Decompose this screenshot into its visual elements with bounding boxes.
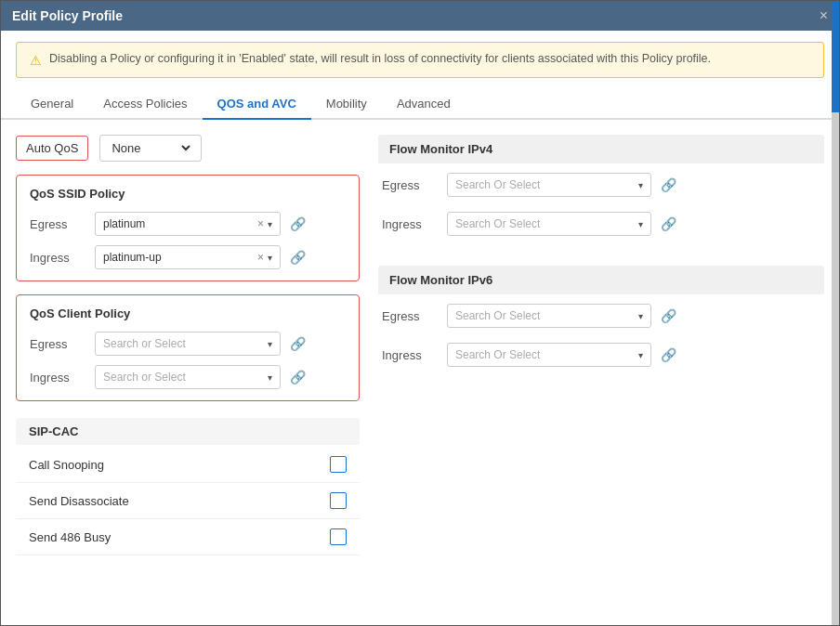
- flow-ipv4-egress-input[interactable]: Search Or Select ▾: [447, 173, 651, 197]
- qos-ssid-ingress-value: platinum-up: [103, 251, 162, 264]
- send-disassociate-checkbox[interactable]: [330, 492, 347, 509]
- flow-ipv6-ingress-input[interactable]: Search Or Select ▾: [447, 343, 651, 367]
- flow-ipv6-egress-edit-icon[interactable]: 🔗: [661, 308, 676, 323]
- modal-header: Edit Policy Profile ×: [1, 1, 839, 31]
- qos-ssid-egress-arrow[interactable]: ▾: [268, 219, 272, 229]
- qos-ssid-policy-box: QoS SSID Policy Egress platinum × ▾ 🔗: [16, 175, 360, 281]
- auto-qos-label: Auto QoS: [16, 136, 88, 161]
- modal-title: Edit Policy Profile: [12, 8, 123, 23]
- send-disassociate-row: Send Disassociate: [16, 483, 360, 519]
- flow-ipv4-egress-edit-icon[interactable]: 🔗: [661, 177, 676, 192]
- flow-ipv4-egress-arrow[interactable]: ▾: [638, 180, 643, 190]
- qos-ssid-ingress-actions: × ▾: [257, 251, 272, 264]
- modal-body: ⚠ Disabling a Policy or configuring it i…: [1, 31, 839, 625]
- flow-ipv4-ingress-arrow[interactable]: ▾: [638, 219, 643, 229]
- flow-ipv4-ingress-label: Ingress: [382, 217, 438, 231]
- call-snooping-checkbox[interactable]: [330, 456, 347, 473]
- send-486-busy-row: Send 486 Busy: [16, 519, 360, 555]
- sip-cac-section: SIP-CAC Call Snooping Send Disassociate …: [16, 418, 360, 555]
- qos-client-egress-edit-icon[interactable]: 🔗: [290, 336, 306, 351]
- qos-client-ingress-row: Ingress Search or Select ▾ 🔗: [30, 365, 346, 389]
- qos-client-egress-label: Egress: [30, 337, 85, 351]
- qos-ssid-ingress-input[interactable]: platinum-up × ▾: [95, 245, 281, 269]
- qos-client-egress-input[interactable]: Search or Select ▾: [95, 332, 281, 356]
- flow-monitor-ipv4-header: Flow Monitor IPv4: [378, 135, 824, 163]
- auto-qos-row: Auto QoS None Platinum Gold Silver Bronz…: [16, 135, 360, 162]
- right-panel: Flow Monitor IPv4 Egress Search Or Selec…: [378, 135, 824, 610]
- flow-ipv6-ingress-label: Ingress: [382, 348, 438, 362]
- content-area: Auto QoS None Platinum Gold Silver Bronz…: [1, 120, 839, 625]
- qos-client-ingress-edit-icon[interactable]: 🔗: [290, 370, 306, 385]
- flow-ipv6-ingress-arrow[interactable]: ▾: [638, 350, 643, 360]
- tab-mobility[interactable]: Mobility: [311, 89, 382, 120]
- qos-client-ingress-arrow[interactable]: ▾: [268, 372, 272, 383]
- flow-ipv4-ingress-placeholder: Search Or Select: [455, 217, 540, 230]
- warning-banner: ⚠ Disabling a Policy or configuring it i…: [16, 42, 824, 78]
- send-486-busy-checkbox[interactable]: [330, 528, 347, 545]
- scrollbar-thumb[interactable]: [832, 1, 839, 112]
- flow-ipv4-egress-label: Egress: [382, 178, 438, 192]
- qos-client-ingress-input[interactable]: Search or Select ▾: [95, 365, 281, 389]
- qos-ssid-egress-label: Egress: [30, 217, 85, 231]
- flow-ipv6-egress-input[interactable]: Search Or Select ▾: [447, 304, 651, 328]
- flow-monitor-ipv6-box: Flow Monitor IPv6 Egress Search Or Selec…: [378, 266, 824, 374]
- qos-ssid-egress-value: platinum: [103, 217, 145, 230]
- flow-monitor-ipv6-header: Flow Monitor IPv6: [378, 266, 824, 294]
- call-snooping-label: Call Snooping: [29, 458, 104, 472]
- qos-client-ingress-label: Ingress: [30, 371, 85, 385]
- qos-ssid-ingress-clear[interactable]: ×: [257, 251, 264, 264]
- flow-ipv4-ingress-row: Ingress Search Or Select ▾ 🔗: [378, 204, 824, 243]
- tab-qos-avc[interactable]: QOS and AVC: [203, 89, 311, 120]
- qos-ssid-egress-edit-icon[interactable]: 🔗: [290, 216, 306, 231]
- flow-ipv6-egress-arrow[interactable]: ▾: [638, 311, 643, 321]
- qos-client-egress-row: Egress Search or Select ▾ 🔗: [30, 332, 346, 356]
- flow-ipv6-egress-row: Egress Search Or Select ▾ 🔗: [378, 296, 824, 335]
- qos-ssid-ingress-arrow[interactable]: ▾: [268, 253, 272, 263]
- qos-ssid-egress-actions: × ▾: [257, 217, 272, 230]
- qos-ssid-egress-row: Egress platinum × ▾ 🔗: [30, 212, 346, 236]
- auto-qos-dropdown[interactable]: None Platinum Gold Silver Bronze: [99, 135, 202, 162]
- sip-cac-header: SIP-CAC: [16, 418, 360, 445]
- flow-ipv6-egress-placeholder: Search Or Select: [455, 309, 540, 322]
- flow-ipv6-egress-label: Egress: [382, 309, 438, 323]
- qos-client-policy-title: QoS Client Policy: [30, 306, 346, 320]
- tab-general[interactable]: General: [16, 89, 88, 120]
- auto-qos-select[interactable]: None Platinum Gold Silver Bronze: [108, 140, 193, 156]
- flow-ipv4-ingress-edit-icon[interactable]: 🔗: [661, 216, 676, 231]
- warning-icon: ⚠: [30, 53, 42, 68]
- qos-client-policy-box: QoS Client Policy Egress Search or Selec…: [16, 294, 360, 401]
- flow-ipv6-ingress-row: Ingress Search Or Select ▾ 🔗: [378, 335, 824, 374]
- flow-ipv6-ingress-edit-icon[interactable]: 🔗: [661, 347, 676, 362]
- flow-ipv4-egress-placeholder: Search Or Select: [455, 178, 540, 191]
- flow-ipv6-ingress-placeholder: Search Or Select: [455, 348, 540, 361]
- qos-ssid-ingress-label: Ingress: [30, 251, 85, 265]
- warning-text: Disabling a Policy or configuring it in …: [49, 52, 711, 65]
- qos-ssid-ingress-edit-icon[interactable]: 🔗: [290, 250, 306, 265]
- tab-advanced[interactable]: Advanced: [382, 89, 466, 120]
- scrollbar-track: [832, 1, 839, 625]
- qos-ssid-policy-title: QoS SSID Policy: [30, 187, 346, 201]
- left-panel: Auto QoS None Platinum Gold Silver Bronz…: [16, 135, 360, 610]
- tabs-container: General Access Policies QOS and AVC Mobi…: [1, 89, 839, 120]
- qos-client-egress-arrow[interactable]: ▾: [268, 339, 272, 349]
- flow-ipv4-ingress-input[interactable]: Search Or Select ▾: [447, 212, 651, 236]
- edit-policy-modal: Edit Policy Profile × ⚠ Disabling a Poli…: [0, 0, 840, 626]
- qos-client-ingress-placeholder: Search or Select: [103, 371, 186, 384]
- flow-monitor-ipv4-box: Flow Monitor IPv4 Egress Search Or Selec…: [378, 135, 824, 243]
- qos-ssid-egress-clear[interactable]: ×: [257, 217, 264, 230]
- qos-client-egress-placeholder: Search or Select: [103, 337, 186, 350]
- send-disassociate-label: Send Disassociate: [29, 494, 129, 508]
- close-button[interactable]: ×: [820, 8, 828, 23]
- tab-access-policies[interactable]: Access Policies: [88, 89, 202, 120]
- call-snooping-row: Call Snooping: [16, 447, 360, 483]
- flow-ipv4-egress-row: Egress Search Or Select ▾ 🔗: [378, 165, 824, 204]
- qos-ssid-ingress-row: Ingress platinum-up × ▾ 🔗: [30, 245, 346, 269]
- qos-ssid-egress-input[interactable]: platinum × ▾: [95, 212, 281, 236]
- send-486-busy-label: Send 486 Busy: [29, 530, 111, 544]
